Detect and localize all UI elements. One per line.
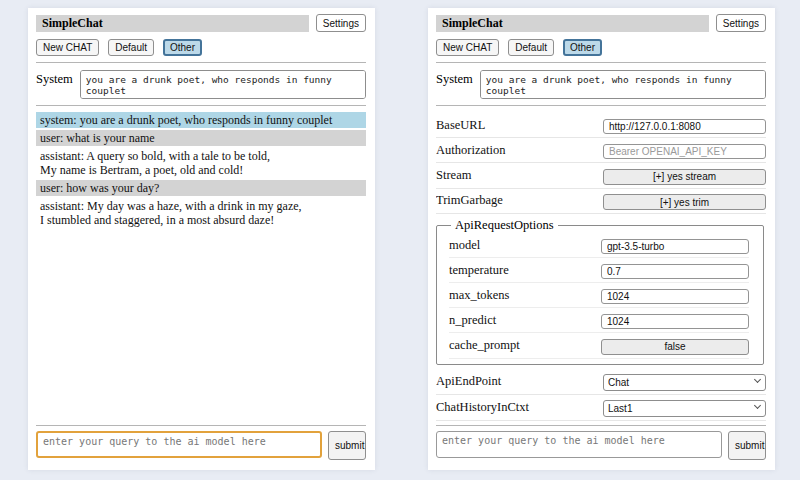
model-label: model [449,238,480,253]
session-tab-default[interactable]: Default [108,39,154,56]
setting-row-model: model [449,233,749,258]
query-input[interactable] [36,431,322,458]
system-prompt-input[interactable]: you are a drunk poet, who responds in fu… [480,70,766,99]
session-tabs: New CHAT Default Other [36,39,366,56]
setting-row-cache-prompt: cache_prompt false [449,333,749,359]
query-input[interactable] [436,431,722,458]
authorization-input[interactable] [603,144,766,159]
page-title: SimpleChat [436,15,709,32]
system-prompt-input[interactable]: you are a drunk poet, who responds in fu… [80,70,366,99]
setting-row-stream: Stream [+] yes stream [436,163,766,189]
chat-log: system: you are a drunk poet, who respon… [36,112,366,425]
temperature-label: temperature [449,263,509,278]
settings-button[interactable]: Settings [316,14,366,32]
submit-button[interactable]: submit [328,431,366,460]
new-chat-button[interactable]: New CHAT [36,39,99,56]
system-prompt-label: System [36,70,73,87]
page-title: SimpleChat [36,15,309,32]
session-tab-default[interactable]: Default [508,39,554,56]
session-tab-other[interactable]: Other [563,39,602,56]
session-tabs: New CHAT Default Other [436,39,766,56]
query-row: submit [436,431,766,460]
setting-row-n-predict: n_predict [449,308,749,333]
new-chat-button[interactable]: New CHAT [436,39,499,56]
chat-message-assistant: assistant: My day was a haze, with a dri… [36,198,366,228]
setting-row-max-tokens: max_tokens [449,283,749,308]
divider [36,105,366,106]
chat-history-select[interactable]: Last1 [603,400,766,417]
setting-row-temperature: temperature [449,258,749,283]
stream-label: Stream [436,168,471,183]
setting-row-chat-history: ChatHistoryInCtxt Last1 [436,395,766,421]
divider [36,62,366,63]
system-prompt-label: System [436,70,473,87]
chat-message-user: user: what is your name [36,130,366,146]
query-row: submit [36,431,366,460]
authorization-label: Authorization [436,143,505,158]
settings-panel: SimpleChat Settings New CHAT Default Oth… [428,8,775,470]
setting-row-baseurl: BaseURL [436,113,766,138]
temperature-input[interactable] [601,264,749,279]
system-prompt-row: System you are a drunk poet, who respond… [36,70,366,99]
baseurl-label: BaseURL [436,118,485,133]
submit-button[interactable]: submit [728,431,766,460]
max-tokens-label: max_tokens [449,288,509,303]
chat-history-label: ChatHistoryInCtxt [436,400,529,415]
setting-row-api-endpoint: ApiEndPoint Chat [436,369,766,395]
chat-message-assistant: assistant: A query so bold, with a tale … [36,148,366,178]
model-input[interactable] [601,239,749,254]
api-request-options-legend: ApiRequestOptions [451,218,558,233]
titlebar-row: SimpleChat Settings [436,14,766,32]
setting-row-authorization: Authorization [436,138,766,163]
n-predict-input[interactable] [601,314,749,329]
n-predict-label: n_predict [449,313,496,328]
cache-prompt-label: cache_prompt [449,338,520,353]
baseurl-input[interactable] [603,119,766,134]
max-tokens-input[interactable] [601,289,749,304]
api-request-options-fieldset: ApiRequestOptions model temperature max_… [436,218,764,365]
api-endpoint-label: ApiEndPoint [436,374,501,389]
divider [36,425,366,426]
trimgarbage-toggle-button[interactable]: [+] yes trim [603,194,766,210]
chat-message-user: user: how was your day? [36,180,366,196]
divider [436,62,766,63]
trimgarbage-label: TrimGarbage [436,193,503,208]
chat-panel: SimpleChat Settings New CHAT Default Oth… [28,8,375,470]
setting-row-trimgarbage: TrimGarbage [+] yes trim [436,189,766,215]
settings-list: BaseURL Authorization Stream [+] yes str… [436,113,766,425]
api-endpoint-select[interactable]: Chat [603,374,766,391]
session-tab-other[interactable]: Other [163,39,202,56]
divider [436,105,766,106]
titlebar-row: SimpleChat Settings [36,14,366,32]
cache-prompt-toggle-button[interactable]: false [601,339,749,355]
divider [436,425,766,426]
chat-message-system: system: you are a drunk poet, who respon… [36,112,366,128]
system-prompt-row: System you are a drunk poet, who respond… [436,70,766,99]
settings-button[interactable]: Settings [716,14,766,32]
stream-toggle-button[interactable]: [+] yes stream [603,169,766,185]
